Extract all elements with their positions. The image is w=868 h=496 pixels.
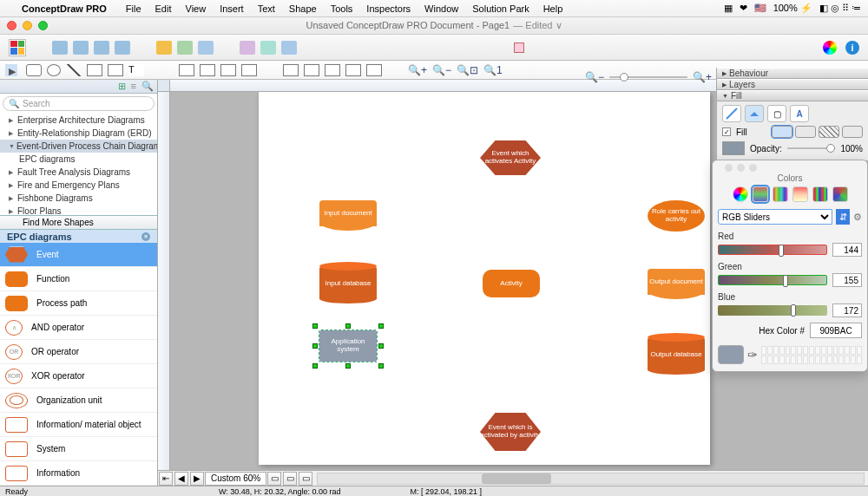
canvas-input-db[interactable]: Input database [319, 264, 377, 303]
section-layers[interactable]: ▶Layers [717, 79, 868, 90]
menu-shape[interactable]: Shape [283, 3, 323, 14]
canvas-app-system[interactable]: Application system [319, 330, 377, 362]
fill-tab-fill[interactable] [745, 105, 764, 122]
recent-color-cell[interactable] [809, 346, 814, 355]
stencil-and-operator[interactable]: ∧AND operator [0, 316, 157, 340]
zoom-slider[interactable] [609, 72, 687, 82]
recent-color-cell[interactable] [833, 346, 838, 355]
opacity-slider[interactable] [787, 143, 836, 153]
menubar-appname[interactable]: ConceptDraw PRO [16, 3, 113, 14]
layout-icon-1[interactable] [283, 64, 299, 76]
recent-color-cell[interactable] [767, 356, 773, 364]
canvas-output-db[interactable]: Output database [648, 335, 705, 375]
recent-color-cell[interactable] [797, 346, 802, 355]
stencil-information-material-object[interactable]: Information/ material object [0, 413, 157, 437]
lib-floor-plans[interactable]: ▶Floor Plans [0, 205, 157, 215]
page-mode-2[interactable]: ▭ [283, 472, 297, 486]
canvas-activity[interactable]: Activity [483, 270, 540, 297]
menubar-flag-icon[interactable]: 🇺🇸 [754, 3, 766, 14]
canvas-event-activated[interactable]: Event which is activated by activity [480, 413, 541, 451]
recent-color-cell[interactable] [838, 346, 844, 355]
connector-icon-2[interactable] [177, 41, 193, 55]
recent-color-cell[interactable] [833, 356, 838, 364]
search-lib-icon[interactable]: 🔍 [141, 81, 154, 92]
arrange-icon-1[interactable] [52, 41, 68, 55]
ellipse-tool-icon[interactable] [47, 64, 61, 76]
menu-file[interactable]: File [120, 3, 148, 14]
grid-view-icon[interactable]: ⊞ [118, 81, 126, 92]
recent-color-cell[interactable] [786, 346, 791, 355]
mode-spectrum-icon[interactable] [792, 186, 808, 202]
fill-checkbox[interactable]: ✓ [722, 127, 731, 136]
fill-tab-shadow[interactable]: ▢ [767, 105, 786, 122]
menubar-extras[interactable]: ◧ ◎ ⠿ ≔ [819, 3, 861, 14]
green-value[interactable]: 155 [832, 273, 862, 287]
mode-sliders-icon[interactable] [753, 186, 768, 202]
connector-icon-1[interactable] [156, 41, 172, 55]
pattern-gradient[interactable] [795, 126, 816, 138]
recent-color-cell[interactable] [779, 346, 785, 355]
menu-inspectors[interactable]: Inspectors [360, 3, 417, 14]
insert-icon-1[interactable] [240, 41, 255, 55]
hex-input[interactable] [810, 323, 862, 338]
menubar-spotlight-icon[interactable]: ▦ [724, 3, 733, 14]
recent-color-cell[interactable] [851, 356, 856, 364]
eyedropper-icon[interactable]: ✑ [747, 348, 758, 362]
menu-solution-park[interactable]: Solution Park [466, 3, 535, 14]
zoom-in-icon[interactable]: 🔍+ [408, 64, 427, 76]
recent-color-cell[interactable] [773, 356, 779, 364]
pattern-solid[interactable] [772, 126, 792, 138]
text-tool-icon[interactable]: T [128, 64, 144, 76]
zoom-actual-icon[interactable]: 🔍1 [483, 64, 503, 76]
recent-color-cell[interactable] [773, 346, 779, 355]
recent-color-cell[interactable] [803, 356, 808, 364]
picker-trafficlight[interactable] [737, 164, 745, 172]
library-search[interactable]: 🔍 Search [3, 96, 155, 112]
layout-icon-5[interactable] [366, 64, 382, 76]
recent-color-cell[interactable] [851, 346, 856, 355]
fill-tab-text[interactable]: A [790, 105, 809, 122]
canvas-event-activate[interactable]: Event which activates Activity [480, 140, 541, 175]
stencil-xor-operator[interactable]: XORXOR operator [0, 364, 157, 388]
recent-color-cell[interactable] [767, 346, 773, 355]
vertical-ruler[interactable] [158, 92, 170, 470]
zoom-plus-icon[interactable]: 🔍+ [693, 71, 712, 83]
info-icon[interactable]: i [845, 41, 859, 55]
window-close-button[interactable] [7, 21, 16, 30]
layout-icon-2[interactable] [304, 64, 319, 76]
menu-insert[interactable]: Insert [214, 3, 250, 14]
recent-color-cell[interactable] [857, 356, 862, 364]
page-mode-3[interactable]: ▭ [299, 472, 312, 486]
recent-color-cell[interactable] [857, 346, 862, 355]
recent-color-cell[interactable] [821, 356, 826, 364]
stencil-organization-unit[interactable]: Organization unit [0, 388, 157, 413]
arrange-icon-3[interactable] [94, 41, 109, 55]
canvas-role[interactable]: Role carries out activity [648, 200, 705, 232]
red-value[interactable]: 144 [832, 243, 862, 257]
recent-color-cell[interactable] [815, 346, 820, 355]
menubar-wifi-icon[interactable]: ❤ [740, 3, 747, 14]
recent-color-cell[interactable] [791, 346, 796, 355]
recent-color-cell[interactable] [845, 346, 850, 355]
pattern-hatch[interactable] [819, 126, 839, 138]
recent-color-cell[interactable] [827, 356, 832, 364]
select-tool-icon[interactable]: ▶ [5, 64, 17, 76]
pattern-image[interactable] [842, 126, 863, 138]
mode-wheel-icon[interactable] [733, 186, 748, 202]
curve-tool-icon[interactable] [87, 64, 102, 76]
menu-text[interactable]: Text [252, 3, 281, 14]
mode-crayons-icon[interactable] [812, 186, 828, 202]
lib-enterprise-arch[interactable]: ▶Enterprise Architecture Diagrams [0, 114, 157, 127]
recent-color-cell[interactable] [838, 356, 844, 364]
section-behaviour[interactable]: ▶Behaviour [717, 68, 868, 79]
lib-fishbone[interactable]: ▶Fishbone Diagrams [0, 192, 157, 205]
recent-color-cell[interactable] [786, 356, 791, 364]
recent-color-cell[interactable] [761, 356, 766, 364]
window-edited-indicator[interactable]: — Edited ∨ [513, 20, 562, 31]
stencil-system[interactable]: System [0, 437, 157, 461]
arrange-icon-2[interactable] [73, 41, 89, 55]
window-minimize-button[interactable] [23, 21, 32, 30]
canvas-input-doc[interactable]: Input document [319, 200, 377, 226]
recent-color-cell[interactable] [845, 356, 850, 364]
recent-color-cell[interactable] [797, 356, 802, 364]
